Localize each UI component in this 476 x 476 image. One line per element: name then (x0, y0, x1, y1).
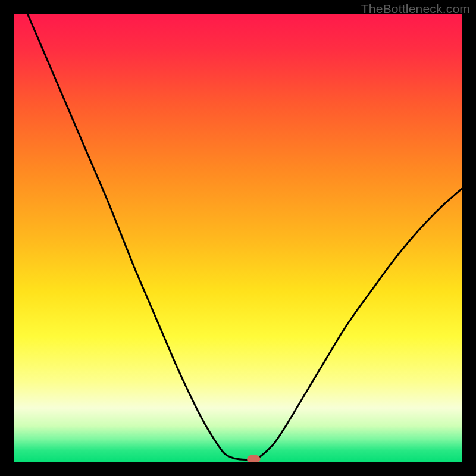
chart-frame: TheBottleneck.com (0, 0, 476, 476)
gradient-background (14, 14, 462, 462)
watermark-text: TheBottleneck.com (361, 2, 470, 16)
plot-area (14, 14, 462, 462)
bottleneck-chart (14, 14, 462, 462)
